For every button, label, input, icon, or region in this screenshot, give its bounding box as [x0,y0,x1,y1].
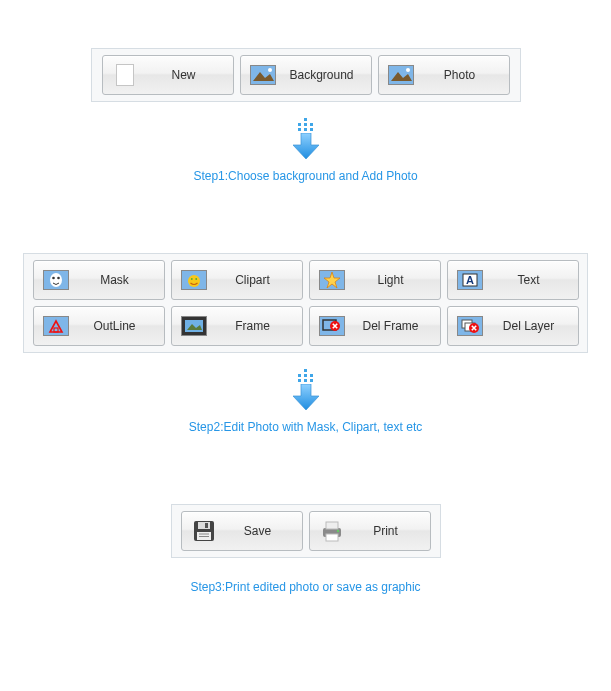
light-button-label: Light [348,273,434,287]
save-button-label: Save [220,524,296,538]
delframe-button-label: Del Frame [348,319,434,333]
text-button[interactable]: A Text [447,260,579,300]
delete-layer-icon [454,314,486,338]
arrow-step1 [291,118,321,159]
new-button-label: New [141,68,227,82]
svg-rect-0 [116,65,133,86]
svg-rect-42 [326,522,338,529]
new-button[interactable]: New [102,55,234,95]
light-button[interactable]: Light [309,260,441,300]
delframe-button[interactable]: Del Frame [309,306,441,346]
arrow-dots-icon [298,369,314,382]
photo-button-label: Photo [417,68,503,82]
svg-rect-36 [198,522,210,529]
outline-button[interactable]: OutLine [33,306,165,346]
background-button[interactable]: Background [240,55,372,95]
svg-point-44 [336,530,338,532]
save-button[interactable]: Save [181,511,303,551]
step3-caption: Step3:Print edited photo or save as grap… [0,580,611,594]
dellayer-button-label: Del Layer [486,319,572,333]
print-icon [316,519,348,543]
svg-rect-4 [388,66,413,85]
text-icon: A [454,268,486,292]
frame-button-label: Frame [210,319,296,333]
svg-point-11 [57,277,60,280]
mask-icon [40,268,72,292]
text-button-label: Text [486,273,572,287]
landscape-icon [385,63,417,87]
svg-rect-37 [205,523,208,528]
panel-step1: New Background Photo [91,48,521,102]
svg-rect-1 [250,66,275,85]
blank-page-icon [109,63,141,87]
mask-button[interactable]: Mask [33,260,165,300]
arrow-down-icon [293,384,319,410]
svg-point-13 [188,275,200,287]
svg-point-10 [52,277,55,280]
delete-frame-icon [316,314,348,338]
outline-button-label: OutLine [72,319,158,333]
clipart-button[interactable]: Clipart [171,260,303,300]
print-button[interactable]: Print [309,511,431,551]
landscape-icon [247,63,279,87]
mask-button-label: Mask [72,273,158,287]
panel-step2: Mask Clipart Light A Text OutLine Frame [23,253,588,353]
clipart-button-label: Clipart [210,273,296,287]
svg-point-6 [406,68,410,72]
panel-step3: Save Print [171,504,441,558]
frame-button[interactable]: Frame [171,306,303,346]
clipart-icon [178,268,210,292]
arrow-dots-icon [298,118,314,131]
svg-point-3 [268,68,272,72]
step1-caption: Step1:Choose background and Add Photo [0,169,611,183]
arrow-down-icon [293,133,319,159]
frame-icon [178,314,210,338]
photo-button[interactable]: Photo [378,55,510,95]
svg-marker-7 [293,133,319,159]
save-icon [188,519,220,543]
svg-point-15 [195,278,197,280]
outline-icon [40,314,72,338]
step2-caption: Step2:Edit Photo with Mask, Clipart, tex… [0,420,611,434]
svg-marker-34 [293,384,319,410]
svg-point-14 [190,278,192,280]
light-icon [316,268,348,292]
svg-rect-43 [326,534,338,541]
background-button-label: Background [279,68,365,82]
print-button-label: Print [348,524,424,538]
svg-text:A: A [466,274,474,286]
arrow-step2 [291,369,321,410]
dellayer-button[interactable]: Del Layer [447,306,579,346]
